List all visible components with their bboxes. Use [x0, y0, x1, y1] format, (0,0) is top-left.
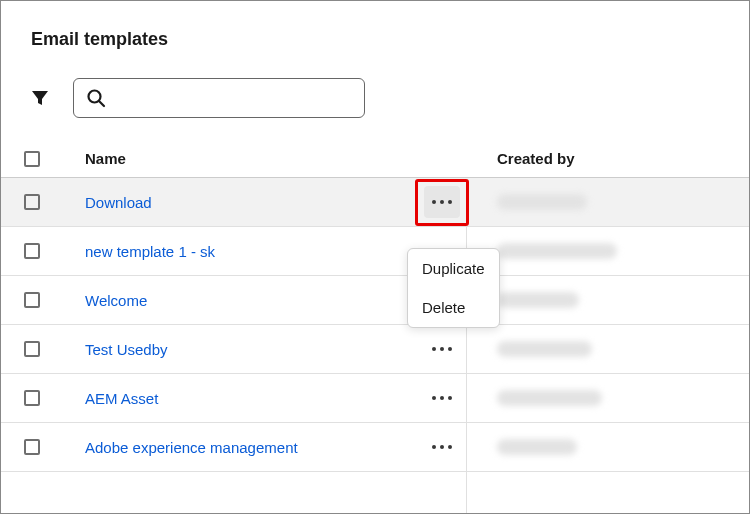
table-header: Name Created by [1, 140, 749, 178]
row-actions-menu: Duplicate Delete [407, 248, 500, 328]
table-row[interactable]: Adobe experience management [1, 423, 749, 472]
app-frame: Email templates Name Created by Download [0, 0, 750, 514]
row-checkbox[interactable] [24, 292, 40, 308]
menu-item-duplicate[interactable]: Duplicate [408, 249, 499, 288]
page-title: Email templates [1, 29, 749, 50]
search-input[interactable] [114, 90, 364, 107]
svg-line-1 [99, 101, 104, 106]
created-by-value [497, 341, 592, 357]
toolbar [1, 78, 749, 118]
column-header-createdby[interactable]: Created by [477, 150, 749, 167]
more-actions-button[interactable] [424, 382, 460, 414]
row-checkbox[interactable] [24, 194, 40, 210]
created-by-value [497, 243, 617, 259]
column-header-name[interactable]: Name [63, 150, 407, 167]
template-name-link[interactable]: AEM Asset [85, 390, 158, 407]
more-icon [432, 396, 452, 400]
filter-icon[interactable] [31, 89, 49, 107]
templates-table: Name Created by Download new template 1 … [1, 140, 749, 472]
more-actions-button[interactable] [424, 333, 460, 365]
more-icon [432, 445, 452, 449]
more-icon [432, 347, 452, 351]
row-checkbox[interactable] [24, 390, 40, 406]
template-name-link[interactable]: Download [85, 194, 152, 211]
table-row[interactable]: Test Usedby [1, 325, 749, 374]
created-by-value [497, 439, 577, 455]
row-checkbox[interactable] [24, 243, 40, 259]
more-icon [432, 200, 452, 204]
template-name-link[interactable]: Adobe experience management [85, 439, 298, 456]
select-all-checkbox[interactable] [24, 151, 40, 167]
more-actions-button[interactable] [424, 186, 460, 218]
table-row[interactable]: Download [1, 178, 749, 227]
template-name-link[interactable]: new template 1 - sk [85, 243, 215, 260]
template-name-link[interactable]: Welcome [85, 292, 147, 309]
search-icon [86, 88, 106, 108]
table-row[interactable]: new template 1 - sk [1, 227, 749, 276]
header-checkbox-cell [1, 150, 63, 167]
table-row[interactable]: Welcome [1, 276, 749, 325]
template-name-link[interactable]: Test Usedby [85, 341, 168, 358]
menu-item-delete[interactable]: Delete [408, 288, 499, 327]
table-row[interactable]: AEM Asset [1, 374, 749, 423]
more-actions-button[interactable] [424, 431, 460, 463]
created-by-value [497, 194, 587, 210]
row-checkbox[interactable] [24, 341, 40, 357]
created-by-value [497, 292, 579, 308]
search-field[interactable] [73, 78, 365, 118]
created-by-value [497, 390, 602, 406]
row-checkbox[interactable] [24, 439, 40, 455]
